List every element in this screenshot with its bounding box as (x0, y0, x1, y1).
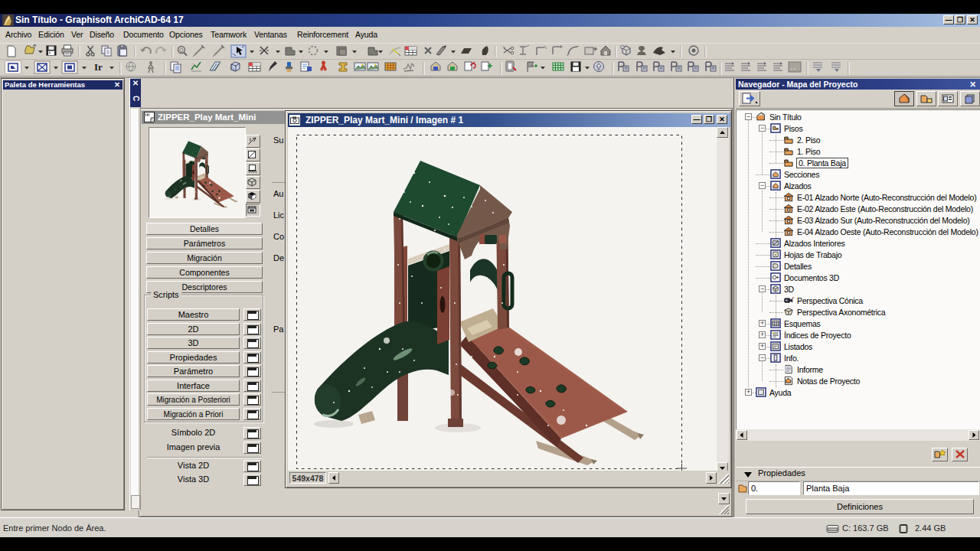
svg-text:Ir: Ir (94, 61, 103, 73)
svg-text:Q: Q (179, 47, 184, 54)
